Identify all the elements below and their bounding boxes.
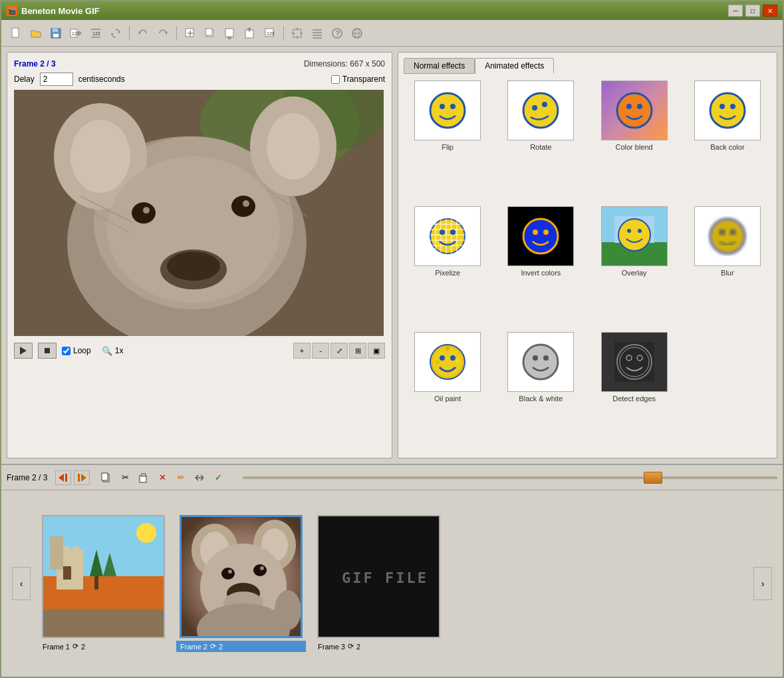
playback-controls: Loop 🔍 1x + - ⤢ ⊞ ▣ [14, 340, 385, 361]
play-button[interactable] [14, 343, 33, 359]
frame-controls: Delay centiseconds Transparent [14, 73, 385, 86]
loop-checkbox[interactable] [62, 347, 70, 355]
loop-label: Loop [73, 346, 91, 355]
svg-point-61 [542, 102, 547, 107]
fullscreen-button[interactable]: ▣ [368, 343, 385, 359]
renumber-button[interactable]: 123 [86, 24, 105, 43]
refresh-button[interactable] [106, 24, 125, 43]
transparent-checkbox[interactable] [331, 75, 340, 84]
svg-rect-111 [65, 474, 67, 482]
add-frame-button[interactable] [181, 24, 199, 43]
frame1-delay-icon: ⟳ [72, 642, 78, 651]
svg-marker-10 [112, 33, 114, 35]
copy-frames-button[interactable] [98, 470, 115, 485]
tab-normal-effects[interactable]: Normal effects [404, 58, 475, 74]
effect-colorblend-label: Color blend [615, 143, 652, 151]
open-button[interactable] [27, 24, 45, 43]
effect-rotate[interactable]: Rotate [497, 81, 585, 201]
effect-blur[interactable]: Blur [684, 206, 771, 327]
svg-point-98 [450, 355, 456, 361]
timeline-slider[interactable] [243, 476, 777, 479]
cut-button[interactable]: ✂ [116, 470, 134, 485]
scroll-right-button[interactable]: › [753, 567, 772, 600]
maximize-button[interactable]: □ [745, 5, 760, 17]
image-tools: + - ⤢ ⊞ ▣ [293, 343, 385, 359]
frame-thumb-1[interactable]: Frame 1 ⟳ 2 [39, 515, 168, 652]
close-button[interactable]: ✕ [763, 5, 777, 17]
svg-point-65 [710, 93, 745, 128]
edit-button[interactable]: ✏ [172, 470, 190, 485]
frame-thumb-label-1: Frame 1 ⟳ 2 [39, 641, 168, 652]
svg-point-56 [430, 93, 465, 128]
svg-point-92 [710, 219, 745, 254]
zoom-out-button[interactable]: - [312, 343, 329, 359]
zoom-in-button[interactable]: + [293, 343, 311, 359]
frame2-delay: 2 [219, 643, 223, 651]
svg-marker-12 [165, 32, 168, 35]
svg-marker-110 [59, 474, 64, 482]
frame1-delay: 2 [81, 643, 85, 651]
new-button[interactable] [7, 24, 25, 43]
effect-invert[interactable]: Invert colors [497, 206, 585, 327]
svg-point-146 [275, 590, 301, 630]
next-frame-button[interactable] [74, 470, 90, 485]
frame-title: Frame 2 / 3 [14, 59, 56, 69]
duplicate-frame-button[interactable] [201, 24, 219, 43]
effect-overlay[interactable]: Overlay [590, 206, 678, 327]
effect-thumb-colorblend [601, 81, 668, 140]
minimize-button[interactable]: ─ [728, 5, 743, 17]
tab-animated-effects[interactable]: Animated effects [475, 58, 554, 74]
svg-point-67 [730, 104, 735, 109]
frame-thumb-2[interactable]: Frame 2 ⟳ 2 [176, 515, 306, 652]
effect-blur-label: Blur [721, 269, 734, 277]
svg-point-63 [626, 104, 632, 109]
sep-3 [283, 26, 284, 41]
resize-canvas-button[interactable] [288, 24, 307, 43]
undo-button[interactable] [134, 24, 152, 43]
effect-flip[interactable]: Flip [404, 81, 491, 201]
effect-oilpaint-label: Oil paint [434, 395, 461, 403]
transparent-label: Transparent [342, 75, 385, 84]
title-bar: 🎬 Beneton Movie GIF ─ □ ✕ [1, 1, 783, 20]
fit-button[interactable]: ⤢ [330, 343, 348, 359]
effect-pixelize[interactable]: Pixelize [404, 206, 491, 327]
sep-2 [176, 26, 177, 41]
frame-thumb-3[interactable]: GIF FILE Frame 3 ⟳ 2 [314, 515, 444, 652]
timeline-tools: ✂ ✕ ✏ ✓ [98, 470, 227, 485]
delete-button[interactable]: ✕ [154, 470, 171, 485]
check-button[interactable]: ✓ [209, 470, 227, 485]
frame-image-content [14, 90, 384, 336]
effect-blackwhite[interactable]: Black & white [497, 332, 585, 452]
effect-detectedges[interactable]: Detect edges [590, 332, 678, 452]
effect-oilpaint[interactable]: Oil paint [404, 332, 491, 452]
actual-size-button[interactable]: ⊞ [349, 343, 366, 359]
effect-colorblend[interactable]: Color blend [590, 81, 678, 201]
export-numbered-button[interactable]: 123 [66, 24, 85, 43]
effect-overlay-label: Overlay [622, 269, 647, 277]
timeline-slider-thumb[interactable] [644, 472, 662, 484]
effect-flip-label: Flip [442, 143, 454, 151]
zoom-icon: 🔍 [102, 346, 112, 356]
scroll-left-button[interactable]: ‹ [12, 567, 31, 600]
save-button[interactable] [47, 24, 65, 43]
svg-rect-0 [12, 28, 19, 37]
svg-rect-113 [78, 474, 80, 482]
effect-backcolor[interactable]: Back color [684, 81, 771, 201]
list-view-button[interactable] [308, 24, 327, 43]
svg-point-94 [729, 229, 736, 236]
help-button[interactable]: ? [328, 24, 346, 43]
frame-numbers-button[interactable]: 123 [261, 24, 279, 43]
prev-frame-button[interactable] [55, 470, 71, 485]
export-frame-button[interactable] [221, 24, 239, 43]
paste-button[interactable] [135, 470, 152, 485]
redo-button[interactable] [154, 24, 172, 43]
web-button[interactable] [348, 24, 366, 43]
svg-text:GIF FILE: GIF FILE [342, 570, 428, 586]
move-button[interactable] [191, 470, 208, 485]
koala-svg [14, 90, 384, 336]
stop-button[interactable] [38, 343, 57, 359]
import-frame-button[interactable] [241, 24, 259, 43]
delay-input[interactable] [40, 73, 73, 86]
effect-rotate-label: Rotate [530, 143, 551, 151]
stop-icon [45, 348, 50, 353]
